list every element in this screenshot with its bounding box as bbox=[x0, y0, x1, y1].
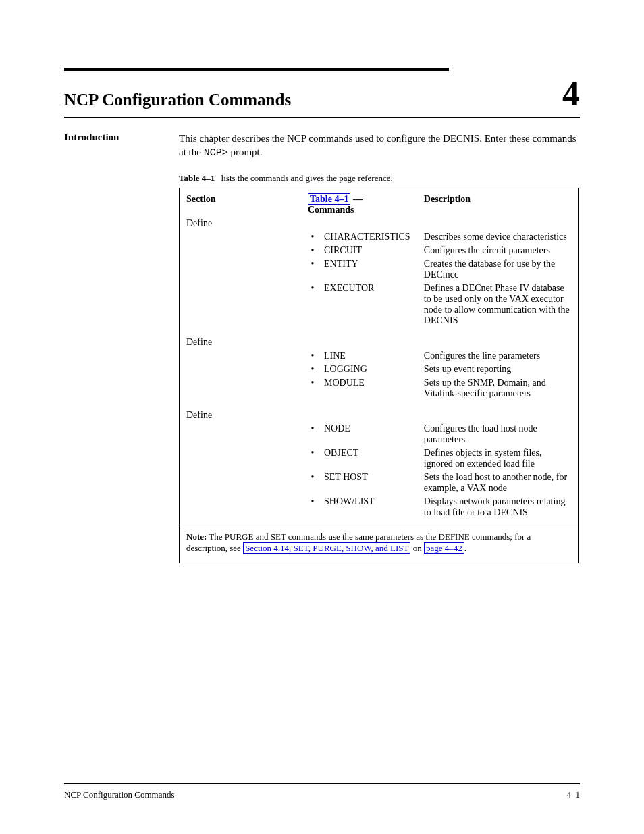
cmd-name: EXECUTOR bbox=[324, 282, 417, 328]
bullet-icon: • bbox=[301, 446, 324, 471]
bullet-icon: • bbox=[301, 376, 324, 400]
chapter-title: NCP Configuration Commands bbox=[64, 90, 291, 109]
bullet-icon: • bbox=[301, 363, 324, 376]
table-row: • MODULE Sets up the SNMP, Domain, and V… bbox=[180, 376, 578, 400]
cmd-desc: Sets up event reporting bbox=[417, 363, 578, 376]
table-row: • ENTITY Creates the database for use by… bbox=[180, 257, 578, 282]
table-note-row: Note: The PURGE and SET commands use the… bbox=[180, 525, 578, 563]
cmd-name: MODULE bbox=[324, 376, 417, 400]
cmd-desc: Creates the database for use by the DECm… bbox=[417, 257, 578, 282]
cmd-desc: Describes some device characteristics bbox=[417, 230, 578, 244]
commands-index-table: Section Table 4–1 — Commands Description… bbox=[179, 188, 579, 563]
intro-text-suffix: prompt. bbox=[230, 147, 262, 157]
table-caption-label: Table 4–1 bbox=[179, 173, 215, 183]
bullet-icon: • bbox=[301, 244, 324, 257]
table-header-section: Section bbox=[180, 188, 301, 215]
footer-right: 4–1 bbox=[567, 789, 581, 800]
cmd-desc: Configures the load host node parameters bbox=[417, 422, 578, 446]
bullet-icon: • bbox=[301, 422, 324, 446]
title-top-rule bbox=[64, 68, 449, 71]
page-footer: NCP Configuration Commands 4–1 bbox=[64, 789, 580, 800]
bullet-icon: • bbox=[301, 471, 324, 495]
intro-prompt: NCP> bbox=[204, 147, 228, 159]
table-row: • SHOW/LIST Displays network parameters … bbox=[180, 495, 578, 519]
table-row: • LOGGING Sets up event reporting bbox=[180, 363, 578, 376]
note-text-middle: on bbox=[413, 543, 424, 553]
chapter-number: 4 bbox=[562, 76, 580, 111]
table-header-commands: Commands bbox=[308, 205, 354, 215]
note-section-link[interactable]: Section 4.14, SET, PURGE, SHOW, and LIST bbox=[243, 542, 410, 554]
table-caption: Table 4–1 lists the commands and gives t… bbox=[179, 173, 580, 184]
note-page-link[interactable]: page 4–42 bbox=[424, 542, 464, 554]
cmd-desc: Configures the line parameters bbox=[417, 349, 578, 363]
cmd-name: NODE bbox=[324, 422, 417, 446]
bullet-icon: • bbox=[301, 282, 324, 328]
bullet-icon: • bbox=[301, 349, 324, 363]
cmd-name: CHARACTERISTICS bbox=[324, 230, 417, 244]
section-label: Define bbox=[180, 400, 301, 422]
cmd-name: SHOW/LIST bbox=[324, 495, 417, 519]
section-label: Define bbox=[180, 328, 301, 349]
cmd-desc: Sets up the SNMP, Domain, and Vitalink-s… bbox=[417, 376, 578, 400]
cmd-name: ENTITY bbox=[324, 257, 417, 282]
bullet-icon: • bbox=[301, 495, 324, 519]
cmd-name: LOGGING bbox=[324, 363, 417, 376]
cmd-name: CIRCUIT bbox=[324, 244, 417, 257]
section-label: Define bbox=[180, 215, 301, 230]
table-row: • LINE Configures the line parameters bbox=[180, 349, 578, 363]
page: NCP Configuration Commands 4 Introductio… bbox=[0, 0, 644, 834]
footer-left: NCP Configuration Commands bbox=[64, 789, 174, 800]
footer-rule bbox=[64, 783, 580, 784]
table-row: • EXECUTOR Defines a DECnet Phase IV dat… bbox=[180, 282, 578, 328]
cmd-desc: Configures the circuit parameters bbox=[417, 244, 578, 257]
table-row: • SET HOST Sets the load host to another… bbox=[180, 471, 578, 495]
cmd-name: LINE bbox=[324, 349, 417, 363]
bullet-icon: • bbox=[301, 257, 324, 282]
table-row: • OBJECT Defines objects in system files… bbox=[180, 446, 578, 471]
note-text-after: . bbox=[464, 543, 466, 553]
intro-paragraph: This chapter describes the NCP commands … bbox=[179, 132, 580, 161]
table-row: • NODE Configures the load host node par… bbox=[180, 422, 578, 446]
bullet-icon: • bbox=[301, 230, 324, 244]
table-caption-text: lists the commands and gives the page re… bbox=[221, 173, 393, 183]
cmd-desc: Defines a DECnet Phase IV database to be… bbox=[417, 282, 578, 328]
cmd-desc: Sets the load host to another node, for … bbox=[417, 471, 578, 495]
table-row: • CHARACTERISTICS Describes some device … bbox=[180, 230, 578, 244]
table-header-link[interactable]: Table 4–1 bbox=[308, 193, 350, 205]
note-label: Note: bbox=[186, 531, 207, 542]
chapter-header: NCP Configuration Commands 4 bbox=[64, 76, 580, 118]
cmd-desc: Defines objects in system files, ignored… bbox=[417, 446, 578, 471]
section-side-label: Introduction bbox=[64, 132, 179, 143]
cmd-desc: Displays network parameters relating to … bbox=[417, 495, 578, 519]
cmd-name: OBJECT bbox=[324, 446, 417, 471]
table-header-description: Description bbox=[417, 188, 578, 215]
table-row: • CIRCUIT Configures the circuit paramet… bbox=[180, 244, 578, 257]
cmd-name: SET HOST bbox=[324, 471, 417, 495]
